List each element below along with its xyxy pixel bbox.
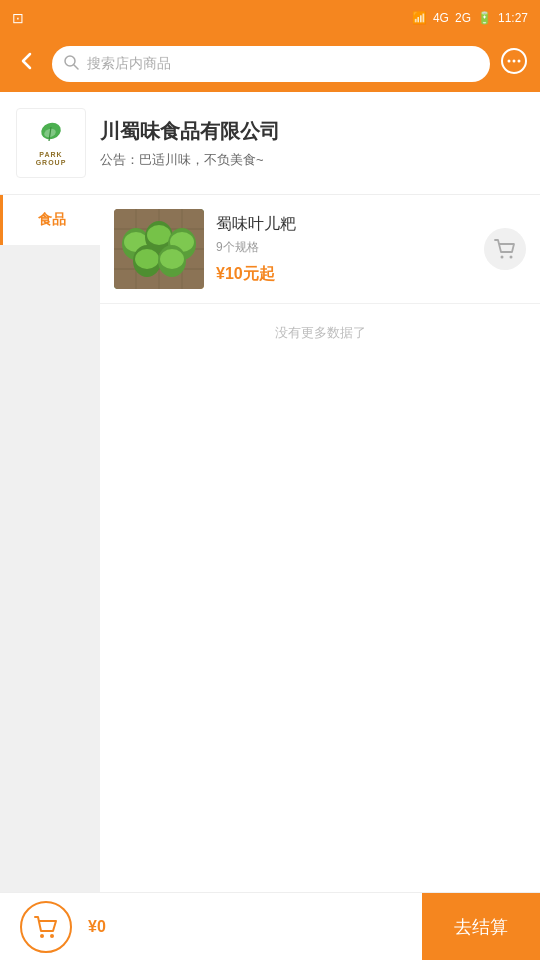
checkout-label: 去结算	[454, 915, 508, 939]
cart-total: ¥0	[88, 918, 106, 936]
battery-icon: 🔋	[477, 11, 492, 25]
svg-point-23	[135, 249, 159, 269]
svg-point-19	[147, 225, 171, 245]
notice-text: 巴适川味，不负美食~	[139, 152, 264, 167]
svg-line-1	[74, 65, 78, 69]
sidebar: 食品	[0, 195, 100, 892]
message-button[interactable]	[500, 47, 528, 81]
search-icon	[64, 55, 79, 73]
sidebar-item-food[interactable]: 食品	[0, 195, 100, 245]
store-info: PARKGROUP 川蜀味食品有限公司 公告：巴适川味，不负美食~	[0, 92, 540, 195]
time-display: 11:27	[498, 11, 528, 25]
store-notice: 公告：巴适川味，不负美食~	[100, 151, 524, 169]
notice-label: 公告：	[100, 152, 139, 167]
product-list: 蜀味叶儿粑 9个规格 ¥10元起 没有更多数据了	[100, 195, 540, 892]
wifi-icon: 📶	[412, 11, 427, 25]
signal-4g: 4G	[433, 11, 449, 25]
header: 搜索店内商品	[0, 36, 540, 92]
svg-point-5	[518, 60, 521, 63]
screen-record-icon: ⊡	[12, 10, 24, 26]
store-name: 川蜀味食品有限公司	[100, 118, 524, 145]
cart-icon-button[interactable]	[20, 901, 72, 953]
no-more-data: 没有更多数据了	[100, 304, 540, 362]
cart-area: ¥0	[0, 901, 422, 953]
search-bar[interactable]: 搜索店内商品	[52, 46, 490, 82]
product-price: ¥10元起	[216, 264, 484, 285]
status-bar: ⊡ 📶 4G 2G 🔋 11:27	[0, 0, 540, 36]
svg-point-4	[513, 60, 516, 63]
back-button[interactable]	[12, 50, 42, 78]
svg-point-25	[160, 249, 184, 269]
sidebar-item-label: 食品	[38, 211, 66, 227]
signal-2g: 2G	[455, 11, 471, 25]
product-specs: 9个规格	[216, 239, 484, 256]
main-content: 食品	[0, 195, 540, 892]
product-img-placeholder	[114, 209, 204, 289]
store-details: 川蜀味食品有限公司 公告：巴适川味，不负美食~	[100, 118, 524, 169]
product-name: 蜀味叶儿粑	[216, 214, 484, 235]
svg-point-26	[501, 256, 504, 259]
store-logo: PARKGROUP	[16, 108, 86, 178]
search-placeholder: 搜索店内商品	[87, 55, 171, 73]
svg-point-29	[50, 934, 54, 938]
status-left: ⊡	[12, 10, 24, 26]
status-right: 📶 4G 2G 🔋 11:27	[412, 11, 528, 25]
checkout-button[interactable]: 去结算	[422, 893, 540, 961]
logo-text: PARKGROUP	[36, 151, 67, 168]
add-to-cart-button[interactable]	[484, 228, 526, 270]
svg-point-3	[508, 60, 511, 63]
bottom-bar: ¥0 去结算	[0, 892, 540, 960]
svg-point-28	[40, 934, 44, 938]
product-image	[114, 209, 204, 289]
svg-point-27	[510, 256, 513, 259]
product-item: 蜀味叶儿粑 9个规格 ¥10元起	[100, 195, 540, 304]
product-details: 蜀味叶儿粑 9个规格 ¥10元起	[216, 214, 484, 285]
